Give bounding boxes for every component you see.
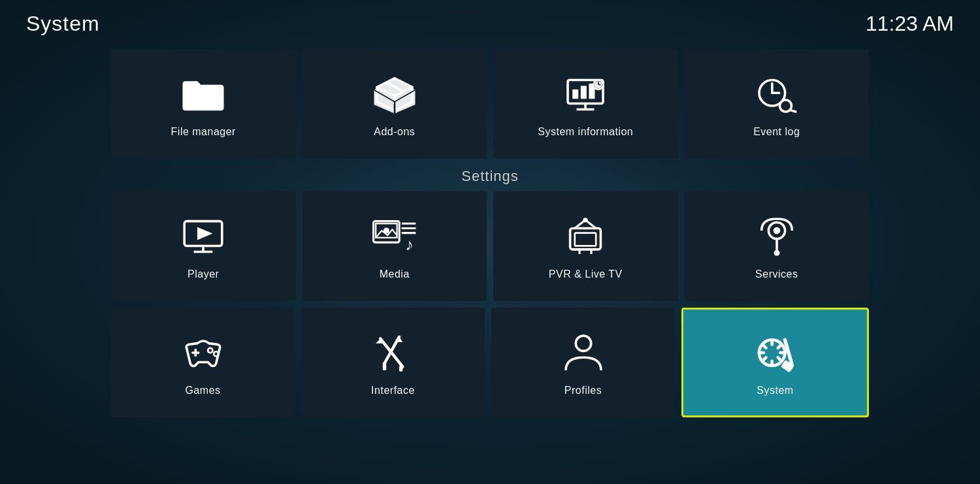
tile-label-games: Games	[185, 385, 220, 396]
tile-profiles[interactable]: Profiles	[491, 308, 675, 417]
clock-search-icon	[751, 71, 803, 117]
tile-label-file-manager: File manager	[171, 126, 236, 138]
tile-label-interface: Interface	[371, 385, 415, 396]
monitor-play-icon	[177, 214, 229, 259]
top-tiles-row: File managerAdd-onsSystem informationEve…	[111, 49, 869, 159]
tile-label-player: Player	[188, 268, 219, 280]
tv-antenna-icon	[559, 214, 612, 259]
gamepad-icon	[177, 330, 229, 376]
tile-add-ons[interactable]: Add-ons	[302, 49, 487, 159]
tile-pvr-live-tv[interactable]: PVR & Live TV	[493, 191, 678, 301]
tile-services[interactable]: Services	[685, 191, 870, 301]
tile-games[interactable]: Games	[111, 308, 295, 417]
settings-row-0: PlayerMediaPVR & Live TVServices	[111, 191, 869, 301]
paint-tools-icon	[367, 330, 419, 376]
settings-section-label: Settings	[111, 168, 869, 185]
tile-label-system-information: System information	[538, 126, 633, 138]
tile-file-manager[interactable]: File manager	[111, 49, 296, 159]
tile-label-event-log: Event log	[753, 126, 800, 138]
tile-label-pvr-live-tv: PVR & Live TV	[549, 268, 623, 280]
box-icon	[368, 71, 421, 117]
tile-media[interactable]: Media	[302, 191, 487, 301]
clock: 11:23 AM	[866, 12, 954, 36]
tile-event-log[interactable]: Event log	[685, 49, 870, 159]
chart-presentation-icon	[559, 71, 612, 117]
settings-row-1: GamesInterfaceProfilesSystem	[111, 308, 869, 417]
person-icon	[557, 330, 610, 376]
tile-label-add-ons: Add-ons	[374, 126, 415, 138]
folder-icon	[177, 71, 229, 117]
page-title: System	[26, 12, 100, 36]
tile-label-services: Services	[755, 268, 798, 280]
tile-player[interactable]: Player	[111, 191, 296, 301]
tile-system[interactable]: System	[681, 308, 869, 417]
media-icon	[368, 214, 421, 259]
tile-label-system: System	[757, 385, 793, 396]
tile-label-profiles: Profiles	[564, 385, 602, 396]
podcast-icon	[751, 214, 803, 259]
settings-wrench-icon	[749, 330, 802, 376]
tile-interface[interactable]: Interface	[301, 308, 485, 417]
tile-label-media: Media	[380, 268, 410, 280]
main-content: File managerAdd-onsSystem informationEve…	[0, 42, 980, 417]
tile-system-information[interactable]: System information	[493, 49, 678, 159]
settings-rows: PlayerMediaPVR & Live TVServicesGamesInt…	[111, 191, 869, 417]
